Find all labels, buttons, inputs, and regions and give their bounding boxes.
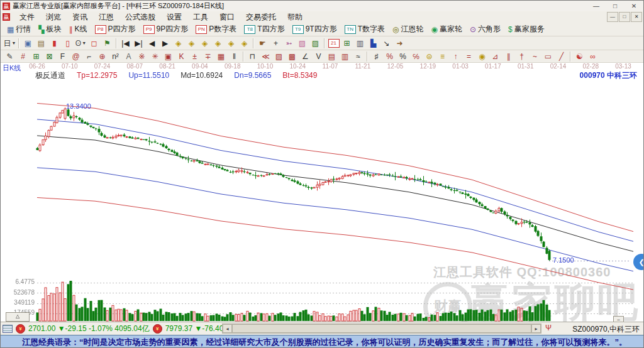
frame-mark-tool[interactable]: ◻ (87, 37, 101, 50)
maximize-button[interactable]: □ (606, 1, 625, 11)
period-day-tool[interactable]: 日▼ (3, 37, 16, 50)
save-tool-tool[interactable]: ▙ (367, 37, 380, 50)
v-mark-tool[interactable]: V (312, 50, 325, 63)
mark-arrow-tool[interactable]: ↑ (449, 50, 462, 63)
n-square-tool[interactable]: n² (109, 50, 122, 63)
rail-lines-tool[interactable]: = (462, 50, 475, 63)
kline-button[interactable]: ∥K线 (65, 23, 91, 36)
close-button[interactable]: ✕ (625, 1, 643, 11)
nine-t-square-button[interactable]: T99T四方形 (289, 23, 341, 36)
angle-line-tool[interactable]: ∠ (299, 50, 312, 63)
select-tool-tool[interactable]: ➳ (282, 37, 296, 50)
board-view-tool[interactable]: ▤ (35, 37, 48, 50)
pin-a-tool[interactable]: ± (188, 50, 201, 63)
menu-10[interactable]: 帮助 (282, 12, 308, 23)
gann-wheel-button[interactable]: ◎江恩轮 (389, 23, 427, 36)
publish-tool-tool[interactable]: ➜ (393, 37, 406, 50)
gauge-tool-tool[interactable]: ♯ (370, 50, 383, 63)
kline-canvas[interactable] (1, 63, 644, 322)
scrollbar-thumb[interactable] (232, 324, 531, 333)
hatch-tool-tool[interactable]: # (16, 50, 30, 63)
calendar-tool-tool[interactable]: 21 (327, 37, 340, 50)
gann-box-green-1-tool[interactable]: ⊞ (30, 50, 43, 63)
overlay-tool[interactable]: ʘ▼ (74, 37, 87, 50)
menu-1[interactable]: 文件 (14, 12, 40, 23)
tri-angle-tool[interactable]: ⊿ (489, 50, 502, 63)
segment-plus-tool[interactable]: † (515, 50, 528, 63)
wave-lines-tool[interactable]: ≈ (352, 50, 365, 63)
t-number-table-button[interactable]: TNT数字表 (341, 23, 389, 36)
shenzhen-index-icon[interactable]: ¥ (153, 324, 162, 334)
pin-b-tool[interactable]: ∓ (201, 50, 214, 63)
pattern-red-2-tool[interactable]: ▯ (61, 37, 74, 50)
menu-2[interactable]: 浏览 (40, 12, 67, 23)
zoom-diamond-up-tool[interactable]: ◈ (198, 37, 211, 50)
stamp-green-tool[interactable]: ▨ (309, 37, 322, 50)
infinity-tool-tool[interactable]: ∞ (586, 50, 599, 63)
calculator-tool-tool[interactable]: ⊞ (340, 37, 353, 50)
chart-style-tool[interactable]: ▣ (21, 37, 35, 50)
percent-line-tool[interactable]: ℅ (409, 50, 423, 63)
rect-tool-tool[interactable]: ▭ (541, 50, 555, 63)
gold-ring-2-tool[interactable]: ◉ (475, 50, 489, 63)
percent-dark-tool[interactable]: % (396, 50, 409, 63)
child-close-button[interactable]: ✕ (631, 12, 642, 22)
yinyang-tool-tool[interactable]: ☯ (573, 50, 586, 63)
flag-mark-tool[interactable]: ⚑ (101, 37, 114, 50)
p-square-button[interactable]: P8P四方形 (91, 23, 140, 36)
quote-table-icon[interactable] (3, 325, 13, 333)
menu-6[interactable]: 设置 (161, 12, 187, 23)
nav-prev-tool[interactable]: ◀ (145, 37, 158, 50)
zoom-diamond-down-tool[interactable]: ◈ (211, 37, 225, 50)
hand-tool-tool[interactable]: ☛ (256, 37, 269, 50)
f-ruler-tool[interactable]: F (56, 50, 69, 63)
corner-ruler-tool[interactable]: ⌐ (82, 50, 96, 63)
scroll-right-button[interactable]: ▸ (531, 324, 541, 333)
horizontal-scrollbar[interactable]: ◂ ▸ (222, 324, 541, 334)
winner-service-button[interactable]: $赢家服务 (504, 23, 548, 36)
pattern-red-1-tool[interactable]: ▮ (48, 37, 61, 50)
scroll-left-button[interactable]: ◂ (223, 324, 232, 333)
nav-last-tool[interactable]: ▶| (132, 37, 145, 50)
circle-cross-tool[interactable]: ⊕ (96, 50, 109, 63)
menu-7[interactable]: 工具 (187, 12, 214, 23)
big-grid-tool[interactable]: ▦ (214, 50, 228, 63)
star-tool-tool[interactable]: ✳ (148, 50, 162, 63)
a-guide-tool[interactable]: A (122, 50, 135, 63)
channel-lines-tool[interactable]: ∥ (502, 50, 515, 63)
panel-collapse-button[interactable]: △ (6, 312, 30, 322)
nav-next-tool[interactable]: ▶ (158, 37, 172, 50)
spiral-tool-tool[interactable]: @ (69, 50, 82, 63)
grid-b-tool[interactable]: ▥ (338, 50, 352, 63)
sectors-button[interactable]: ▚板块 (35, 23, 65, 36)
zoom-diamond-in-tool[interactable]: ◈ (225, 37, 238, 50)
gold-ring-tool[interactable]: ⊜ (423, 50, 436, 63)
menu-5[interactable]: 公式选股 (119, 12, 161, 23)
stamp-pink-tool[interactable]: ▧ (296, 37, 309, 50)
p-number-table-button[interactable]: PNP数字表 (192, 23, 240, 36)
report-tool-tool[interactable]: ▥ (353, 37, 367, 50)
zoom-diamond-out-tool[interactable]: ◈ (238, 37, 251, 50)
shanghai-index-icon[interactable]: ¥ (16, 324, 25, 334)
minimize-button[interactable]: — (587, 1, 606, 11)
quotes-button[interactable]: ▦行情 (3, 23, 35, 36)
menu-3[interactable]: 资讯 (67, 12, 93, 23)
tick-marks-tool[interactable]: ‖ (228, 50, 241, 63)
wave-tool-tool[interactable]: ~ (528, 50, 541, 63)
gann-fan-tool[interactable]: ※ (135, 50, 148, 63)
menu-4[interactable]: 江恩 (93, 12, 119, 23)
hexagon-button[interactable]: ⊙六角形 (466, 23, 504, 36)
nav-first-tool[interactable]: |◀ (119, 37, 132, 50)
pencil-tool-tool[interactable]: ✎ (3, 50, 16, 63)
k-tag-tool[interactable]: K (175, 50, 188, 63)
crosshair-tool-tool[interactable]: + (269, 37, 282, 50)
percent-red-tool[interactable]: % (383, 50, 396, 63)
grid-a-tool[interactable]: ▤ (325, 50, 338, 63)
winner-wheel-button[interactable]: ◉赢家轮 (428, 23, 466, 36)
export-tool-tool[interactable]: ↘ (380, 37, 393, 50)
gold-line-tool[interactable]: ≡ (436, 50, 449, 63)
slash-tool-tool[interactable]: ╱ (555, 50, 568, 63)
t-square-button[interactable]: T8T四方形 (240, 23, 288, 36)
hatch-b-tool[interactable]: ▩ (286, 50, 299, 63)
ray-lines-tool[interactable]: ≪ (259, 50, 272, 63)
